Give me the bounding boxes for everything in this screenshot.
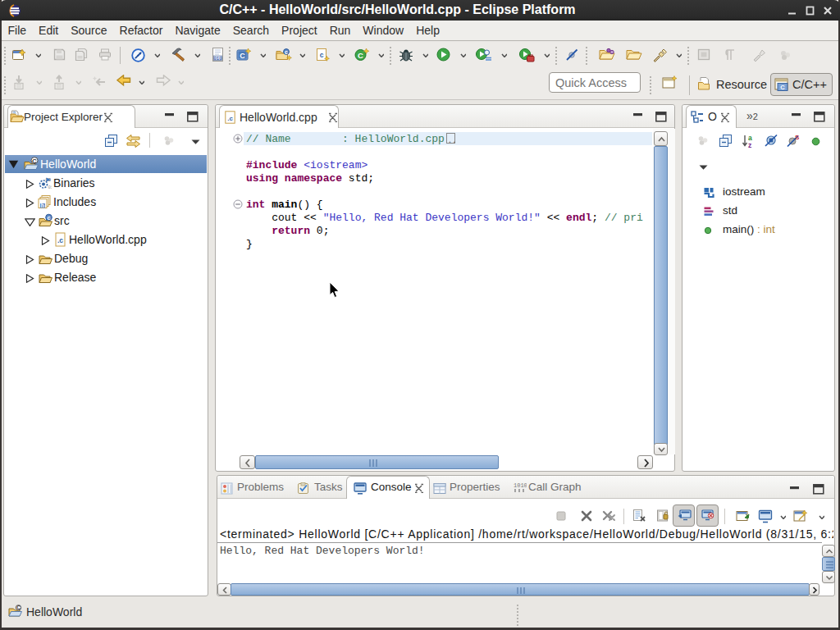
svg-text:C: C bbox=[358, 51, 363, 60]
svg-text:c: c bbox=[285, 49, 288, 55]
svg-text:C: C bbox=[780, 84, 785, 91]
svg-text:C: C bbox=[16, 605, 21, 610]
svg-text:h: h bbox=[41, 203, 44, 208]
svg-text:C: C bbox=[240, 52, 245, 60]
svg-text:S: S bbox=[795, 134, 800, 141]
svg-text:010: 010 bbox=[214, 56, 222, 62]
svg-text:c: c bbox=[320, 51, 324, 59]
svg-text:.c: .c bbox=[57, 236, 63, 244]
svg-text:.c: .c bbox=[227, 115, 233, 122]
svg-text:c: c bbox=[47, 214, 50, 221]
svg-text:01: 01 bbox=[48, 185, 52, 190]
svg-text:z: z bbox=[748, 141, 751, 148]
svg-text:1010: 1010 bbox=[514, 482, 527, 489]
svg-text:C: C bbox=[32, 158, 37, 165]
